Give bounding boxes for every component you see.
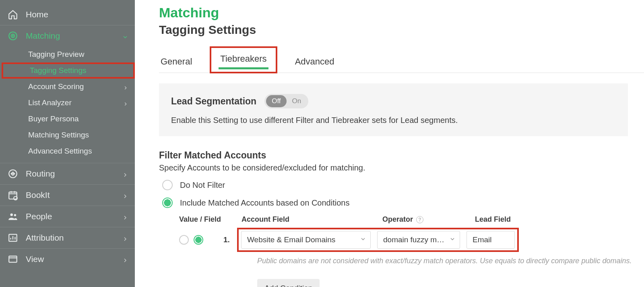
tabs: General Tiebreakers Advanced	[159, 46, 644, 73]
toggle-on-label: On	[287, 95, 307, 107]
helper-text: Public domains are not considered with e…	[257, 257, 644, 265]
radio-checked-icon	[162, 198, 173, 208]
sidebar-item-matching-settings[interactable]: Matching Settings	[0, 127, 135, 143]
chevron-right-icon	[122, 235, 128, 241]
nav-attribution-label: Attribution	[26, 233, 64, 243]
nav-people-label: People	[26, 212, 52, 221]
sidebar-item-account-scoring[interactable]: Account Scoring	[0, 79, 135, 95]
nav-routing[interactable]: Routing	[0, 163, 135, 184]
nav-bookit-label: BookIt	[26, 190, 50, 200]
lead-segmentation-title: Lead Segmentation	[171, 96, 256, 107]
tab-tiebreakers-highlight: Tiebreakers	[210, 46, 277, 73]
radio-include-conditions[interactable]: Include Matched Accounts based on Condit…	[159, 198, 644, 208]
chevron-down-icon	[360, 235, 366, 244]
filter-title: Filter Matched Accounts	[159, 150, 644, 161]
row-number: 1.	[223, 235, 237, 244]
condition-headers: Value / Field Account Field Operator ? L…	[179, 215, 644, 224]
operator-select[interactable]: domain fuzzy m…	[377, 231, 460, 249]
chevron-right-icon	[122, 256, 128, 262]
add-condition-button[interactable]: Add Condition	[257, 279, 320, 287]
chevron-down-icon	[122, 33, 128, 39]
chevron-down-icon	[449, 235, 456, 244]
svg-point-7	[14, 214, 16, 216]
chevron-right-icon	[122, 192, 128, 198]
segmentation-toggle[interactable]: Off On	[264, 94, 308, 108]
tab-tiebreakers[interactable]: Tiebreakers	[219, 52, 268, 69]
header-operator: Operator ?	[382, 215, 475, 224]
chevron-right-icon	[122, 213, 128, 220]
chevron-right-icon	[123, 100, 128, 106]
value-field-toggle[interactable]	[179, 235, 223, 245]
radio-unchecked-icon	[162, 180, 173, 190]
chart-icon	[7, 232, 19, 243]
sidebar-item-list-analyzer[interactable]: List Analyzer	[0, 95, 135, 111]
page-title: Matching	[159, 5, 644, 21]
lead-segmentation-desc: Enable this Setting to use different Fil…	[171, 116, 616, 125]
radio-do-not-filter[interactable]: Do Not Filter	[159, 180, 644, 190]
nav-view[interactable]: View	[0, 248, 135, 270]
account-field-select[interactable]: Website & Email Domains	[241, 231, 371, 249]
chevron-right-icon	[122, 171, 128, 177]
mini-radio-value[interactable]	[179, 235, 189, 245]
lead-segmentation-panel: Lead Segmentation Off On Enable this Set…	[159, 83, 628, 136]
radio-include-conditions-label: Include Matched Accounts based on Condit…	[180, 198, 349, 208]
help-icon[interactable]: ?	[416, 216, 423, 223]
nav-home[interactable]: Home	[0, 4, 135, 25]
nav-people[interactable]: People	[0, 206, 135, 227]
lead-field-select[interactable]: Email	[466, 231, 515, 249]
nav-bookit[interactable]: BookIt	[0, 184, 135, 206]
condition-inputs-highlight: Website & Email Domains domain fuzzy m… …	[237, 228, 519, 252]
target-icon	[7, 30, 19, 42]
calendar-icon	[7, 189, 19, 201]
header-value-field: Value / Field	[179, 215, 242, 224]
svg-rect-9	[9, 256, 17, 262]
sidebar-item-tagging-settings[interactable]: Tagging Settings	[2, 62, 135, 79]
nav-view-label: View	[26, 254, 44, 264]
nav-routing-label: Routing	[26, 169, 55, 179]
svg-rect-4	[9, 192, 17, 199]
nav-matching[interactable]: Matching	[0, 25, 135, 46]
sidebar-item-advanced-settings[interactable]: Advanced Settings	[0, 143, 135, 163]
header-account-field: Account Field	[242, 215, 382, 224]
toggle-off-label: Off	[266, 95, 286, 107]
tab-general[interactable]: General	[159, 54, 194, 73]
filter-desc: Specify Accounts to be considered/exclud…	[159, 163, 644, 173]
nav-attribution[interactable]: Attribution	[0, 227, 135, 248]
sidebar-item-buyer-persona[interactable]: Buyer Persona	[0, 111, 135, 127]
sidebar: Home Matching Tagging Preview Tagging Se…	[0, 0, 135, 287]
svg-point-2	[12, 35, 13, 36]
sidebar-item-tagging-preview[interactable]: Tagging Preview	[0, 46, 135, 62]
chevron-right-icon	[123, 84, 128, 89]
nav-matching-label: Matching	[26, 31, 60, 41]
home-icon	[7, 9, 19, 20]
tab-advanced[interactable]: Advanced	[293, 54, 336, 73]
routing-icon	[7, 168, 19, 179]
filter-conditions: Value / Field Account Field Operator ? L…	[179, 215, 644, 287]
page-subtitle: Tagging Settings	[159, 23, 644, 37]
people-icon	[7, 211, 19, 222]
main-content: Matching Tagging Settings General Tiebre…	[135, 0, 644, 287]
header-lead-field: Lead Field	[475, 215, 539, 224]
svg-point-6	[10, 213, 13, 216]
condition-row-1: 1. Website & Email Domains domain fuzzy …	[179, 228, 644, 252]
radio-do-not-filter-label: Do Not Filter	[180, 181, 225, 190]
view-icon	[7, 254, 19, 265]
mini-radio-field[interactable]	[194, 235, 203, 245]
nav-home-label: Home	[26, 10, 48, 19]
